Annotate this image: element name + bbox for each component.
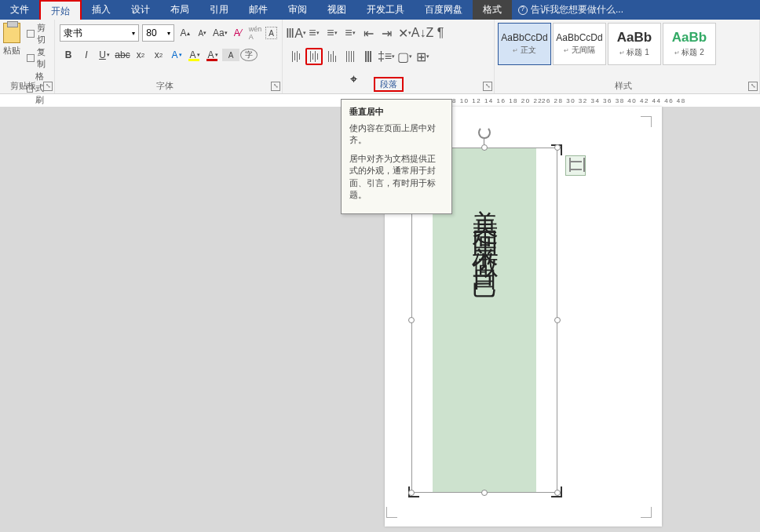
phonetic-button[interactable]: wénA bbox=[248, 25, 262, 41]
italic-button[interactable]: I bbox=[78, 46, 95, 64]
tooltip: 垂直居中 使内容在页面上居中对齐。 居中对齐为文档提供正式的外观，通常用于封面、… bbox=[341, 99, 452, 214]
line-spacing-button[interactable]: ‡≡▾ bbox=[378, 48, 395, 65]
shrink-font-button[interactable]: A▾ bbox=[195, 25, 210, 41]
tooltip-body2: 居中对齐为文档提供正式的外观，通常用于封面、引言，有时用于标题。 bbox=[349, 153, 444, 202]
rotate-handle[interactable] bbox=[478, 126, 491, 139]
style-heading2[interactable]: AaBb标题 2 bbox=[663, 23, 716, 65]
clear-format-button[interactable]: A⁄ bbox=[231, 25, 245, 41]
text-direction-button[interactable]: ⅢA▾ bbox=[287, 24, 305, 42]
paste-icon bbox=[3, 23, 20, 43]
styles-launcher[interactable]: ⤡ bbox=[748, 82, 758, 91]
paste-button[interactable]: 粘贴 bbox=[3, 21, 20, 107]
tab-devtools[interactable]: 开发工具 bbox=[356, 0, 415, 20]
clipboard-label: 剪贴板 bbox=[0, 80, 46, 92]
valign-top-button[interactable] bbox=[287, 48, 305, 65]
grow-font-button[interactable]: A▴ bbox=[177, 25, 192, 41]
styles-gallery[interactable]: AaBbCcDd正文 AaBbCcDd无间隔 AaBb标题 1 AaBb标题 2 bbox=[498, 23, 756, 65]
tab-references[interactable]: 引用 bbox=[199, 0, 239, 20]
font-color-button[interactable]: A▾ bbox=[204, 46, 221, 64]
bulb-icon bbox=[518, 5, 528, 15]
tab-layout[interactable]: 布局 bbox=[160, 0, 199, 20]
ruler-left: 8 10 12 14 16 18 20 22 bbox=[452, 95, 543, 107]
style-normal[interactable]: AaBbCcDd正文 bbox=[498, 23, 551, 65]
ruler-right: 26 28 30 32 34 36 38 40 42 44 46 48 bbox=[542, 95, 686, 107]
enclose-char-button[interactable]: 字 bbox=[240, 49, 258, 61]
group-paragraph: ⅢA▾ ≡▾ ≡▾ ≡▾ ⇤ ⇥ ✕▾ A↓Z ¶ ‡≡▾ ▢▾ ⊞▾ 段落 ⤡ bbox=[283, 20, 495, 93]
tab-review[interactable]: 审阅 bbox=[278, 0, 317, 20]
copy-icon bbox=[27, 54, 35, 62]
tooltip-body1: 使内容在页面上居中对齐。 bbox=[349, 122, 444, 147]
tab-mail[interactable]: 邮件 bbox=[239, 0, 278, 20]
valign-justify-button[interactable] bbox=[342, 48, 359, 65]
resize-handle[interactable] bbox=[481, 490, 488, 496]
layout-options-button[interactable] bbox=[565, 155, 586, 176]
bold-button[interactable]: B bbox=[60, 46, 77, 64]
tell-me-hint[interactable]: 告诉我您想要做什么... bbox=[518, 3, 623, 16]
paragraph-launcher[interactable]: ⤡ bbox=[483, 82, 492, 91]
show-marks-button[interactable]: ¶ bbox=[432, 24, 449, 42]
resize-handle[interactable] bbox=[408, 317, 415, 323]
multilevel-button[interactable]: ≡▾ bbox=[342, 24, 359, 42]
font-launcher[interactable]: ⤡ bbox=[271, 82, 280, 91]
resize-handle[interactable] bbox=[554, 490, 561, 496]
subscript-button[interactable]: x2 bbox=[132, 46, 149, 64]
highlight-button[interactable]: A▾ bbox=[186, 46, 203, 64]
text-effects-button[interactable]: A▾ bbox=[168, 46, 185, 64]
copy-button[interactable]: 复制 bbox=[22, 46, 51, 70]
strike-button[interactable]: abc bbox=[114, 46, 131, 64]
superscript-button[interactable]: x2 bbox=[150, 46, 167, 64]
numbering-button[interactable]: ≡▾ bbox=[323, 24, 341, 42]
resize-handle[interactable] bbox=[554, 144, 561, 151]
resize-handle[interactable] bbox=[554, 317, 561, 323]
style-heading1[interactable]: AaBb标题 1 bbox=[608, 23, 661, 65]
tab-insert[interactable]: 插入 bbox=[82, 0, 121, 20]
decrease-indent-button[interactable]: ⇤ bbox=[360, 24, 377, 42]
cut-button[interactable]: 剪切 bbox=[22, 22, 51, 46]
font-label: 字体 bbox=[55, 80, 274, 92]
ribbon: 粘贴 剪切 复制 格式刷 剪贴板 ⤡ 隶书▾ 80▾ A▴ A▾ Aa▾ A⁄ … bbox=[0, 20, 760, 94]
sort-button[interactable]: A↓Z bbox=[414, 24, 431, 42]
increase-indent-button[interactable]: ⇥ bbox=[378, 24, 395, 42]
group-font: 隶书▾ 80▾ A▴ A▾ Aa▾ A⁄ wénA A B I U▾ abc x… bbox=[55, 20, 283, 93]
valign-center-button[interactable] bbox=[305, 48, 323, 65]
change-case-button[interactable]: Aa▾ bbox=[213, 25, 228, 41]
borders-button[interactable]: ⊞▾ bbox=[414, 48, 431, 65]
tab-home[interactable]: 开始 bbox=[39, 0, 82, 20]
clipboard-launcher[interactable]: ⤡ bbox=[43, 82, 53, 91]
shading-button[interactable]: ▢▾ bbox=[396, 48, 413, 65]
paragraph-label[interactable]: 段落 bbox=[374, 77, 404, 92]
char-border-button[interactable]: A bbox=[265, 27, 277, 39]
tooltip-title: 垂直居中 bbox=[349, 106, 444, 118]
font-size-select[interactable]: 80▾ bbox=[142, 24, 174, 42]
tab-format[interactable]: 格式 bbox=[473, 0, 512, 20]
tell-me-text: 告诉我您想要做什么... bbox=[531, 3, 623, 16]
resize-handle[interactable] bbox=[408, 490, 415, 496]
char-shading-button[interactable]: A bbox=[222, 49, 239, 61]
tab-file[interactable]: 文件 bbox=[0, 0, 39, 20]
valign-distribute-button[interactable] bbox=[360, 48, 377, 65]
underline-button[interactable]: U▾ bbox=[96, 46, 113, 64]
tab-design[interactable]: 设计 bbox=[121, 0, 160, 20]
paste-label: 粘贴 bbox=[3, 45, 20, 56]
tab-view[interactable]: 视图 bbox=[317, 0, 356, 20]
scissors-icon bbox=[27, 30, 35, 38]
group-clipboard: 粘贴 剪切 复制 格式刷 剪贴板 ⤡ bbox=[0, 20, 55, 93]
vertical-text[interactable]: 美是回来做自己 bbox=[466, 188, 502, 264]
char-scale-button[interactable]: ✕▾ bbox=[396, 24, 413, 42]
layout-icon bbox=[569, 161, 582, 170]
resize-handle[interactable] bbox=[481, 144, 488, 151]
styles-label: 样式 bbox=[495, 80, 751, 92]
menu-bar: 文件 开始 插入 设计 布局 引用 邮件 审阅 视图 开发工具 百度网盘 格式 … bbox=[0, 0, 760, 20]
tab-baidu[interactable]: 百度网盘 bbox=[415, 0, 473, 20]
bullets-button[interactable]: ≡▾ bbox=[305, 24, 323, 42]
valign-bottom-button[interactable] bbox=[323, 48, 341, 65]
font-name-select[interactable]: 隶书▾ bbox=[60, 24, 139, 42]
style-nospacing[interactable]: AaBbCcDd无间隔 bbox=[553, 23, 606, 65]
group-styles: AaBbCcDd正文 AaBbCcDd无间隔 AaBb标题 1 AaBb标题 2… bbox=[495, 20, 760, 93]
